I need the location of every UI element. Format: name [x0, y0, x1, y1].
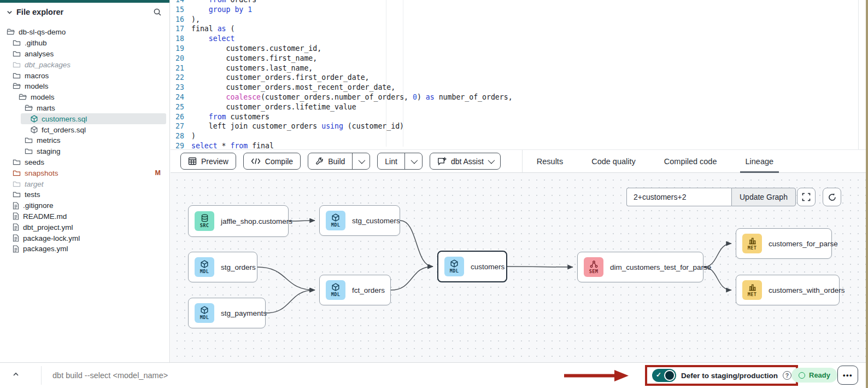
code-editor[interactable]: 14 from orders15 group by 116),17final a… [171, 0, 868, 149]
tab-lineage[interactable]: Lineage [743, 150, 776, 172]
button-label: Build [328, 157, 345, 166]
folder-icon [25, 148, 33, 155]
folder-icon [25, 137, 33, 144]
cube-icon [201, 306, 208, 314]
refresh-button[interactable] [823, 188, 841, 206]
tree-item-label: customers.sql [42, 115, 87, 123]
node-label: jaffle_shop.customers [221, 217, 292, 225]
tree-item-packages-yml[interactable]: packages.yml [0, 244, 169, 254]
button-main[interactable]: Compile [244, 153, 300, 169]
line-number: 26 [171, 112, 191, 122]
tree-item--github[interactable]: .github [0, 38, 169, 49]
tree-item-snapshots[interactable]: snapshotsM [0, 167, 169, 178]
lineage-node-customers-for-parse[interactable]: METcustomers_for_parse [736, 228, 832, 259]
lineage-filter-input[interactable] [626, 188, 731, 206]
badge-type-label: MDL [200, 315, 209, 320]
met-badge: MET [742, 234, 762, 253]
fullscreen-button[interactable] [797, 188, 816, 206]
lineage-edge [391, 267, 433, 290]
folder-open-icon [13, 83, 21, 90]
line-number: 18 [171, 34, 191, 44]
tree-item-models[interactable]: models [0, 81, 169, 92]
code-line: 27 left join customer_orders using (cust… [171, 121, 868, 131]
tree-item-target[interactable]: target [0, 178, 169, 189]
tree-item-staging[interactable]: staging [0, 146, 169, 157]
tab-code-quality[interactable]: Code quality [589, 150, 638, 172]
dropdown-toggle[interactable] [404, 153, 422, 169]
db-icon [201, 214, 209, 222]
tree-item-readme-md[interactable]: README.md [0, 211, 169, 222]
tree-item-macros[interactable]: macros [0, 70, 169, 81]
line-number: 17 [171, 24, 191, 34]
chevron-down-icon[interactable] [7, 9, 13, 15]
tree-item-analyses[interactable]: analyses [0, 49, 169, 60]
tree-item-db-sl-qs-demo[interactable]: db-sl-qs-demo [0, 27, 169, 38]
dropdown-toggle[interactable] [352, 153, 370, 169]
lineage-node-stg-payments[interactable]: MDLstg_payments [188, 298, 266, 328]
tree-item-customers-sql[interactable]: customers.sql [0, 113, 169, 124]
tree-item-dbt-packages[interactable]: dbt_packages [0, 59, 169, 70]
tree-item-dbt-project-yml[interactable]: dbt_project.yml [0, 222, 169, 233]
tree-item-label: metrics [37, 136, 61, 144]
button-main[interactable]: Lint [378, 153, 404, 169]
tab-results[interactable]: Results [535, 150, 565, 172]
tree-item-label: dbt_project.yml [23, 223, 73, 231]
help-icon[interactable]: ? [783, 371, 791, 380]
file-icon [13, 202, 19, 210]
tree-item-metrics[interactable]: metrics [0, 135, 169, 146]
cube-icon [201, 260, 208, 268]
tree-item-label: snapshots [25, 169, 58, 177]
folder-icon [13, 72, 21, 79]
defer-toggle[interactable]: ✓ [652, 369, 676, 382]
button-main[interactable]: dbt Assist [430, 153, 500, 169]
tab-compiled-code[interactable]: Compiled code [662, 150, 719, 172]
chevron-up-icon[interactable] [12, 370, 20, 378]
lineage-node-dim-customers-test-for-parse[interactable]: SEMdim_customers_test_for_parse [577, 252, 703, 282]
lineage-edge [400, 221, 433, 267]
node-label: customers [471, 263, 505, 271]
lineage-node-customers[interactable]: MDLcustomers [437, 251, 507, 282]
badge-type-label: MET [748, 245, 757, 251]
lineage-node-stg-orders[interactable]: MDLstg_orders [188, 252, 257, 282]
tree-item-label: seeds [25, 158, 44, 166]
code-line: 29select * from final [171, 141, 868, 149]
code-line: 28) [171, 131, 868, 141]
code-line: 14 from orders [171, 0, 868, 5]
chevron-down-icon [488, 157, 495, 164]
lineage-node-fct-orders[interactable]: MDLfct_orders [319, 275, 391, 305]
button-main[interactable]: Build [308, 153, 352, 169]
tree-item-seeds[interactable]: seeds [0, 157, 169, 168]
node-label: customers_for_parse [769, 240, 838, 248]
more-options-button[interactable]: ••• [837, 366, 858, 385]
button-main[interactable]: Preview [181, 153, 236, 169]
search-icon[interactable] [153, 8, 162, 16]
code-line: 15 group by 1 [171, 5, 868, 15]
lineage-canvas[interactable]: SRCjaffle_shop.customersMDLstg_customers… [171, 173, 866, 362]
update-graph-button[interactable]: Update Graph [731, 188, 796, 206]
tree-item-marts[interactable]: marts [0, 103, 169, 114]
tree-item--gitignore[interactable]: .gitignore [0, 200, 169, 211]
lineage-node-jaffle-shop-customers[interactable]: SRCjaffle_shop.customers [188, 205, 289, 237]
node-label: stg_payments [221, 309, 267, 317]
command-input[interactable] [52, 369, 359, 382]
panel-title: File explorer [16, 8, 63, 16]
mdl-badge: MDL [326, 211, 345, 230]
table-icon [188, 157, 197, 165]
lineage-node-stg-customers[interactable]: MDLstg_customers [319, 205, 400, 236]
node-label: fct_orders [352, 286, 385, 294]
button-label: dbt Assist [451, 157, 484, 166]
tree-item-label: .github [25, 39, 47, 47]
file-icon [13, 245, 19, 253]
line-number: 14 [171, 0, 191, 5]
badge-type-label: MDL [200, 269, 209, 274]
tree-item-models[interactable]: models [0, 92, 169, 103]
editor-scrollbar-track[interactable] [858, 0, 859, 149]
tree-item-fct-orders-sql[interactable]: fct_orders.sql [0, 124, 169, 135]
tree-item-package-lock-yml[interactable]: package-lock.yml [0, 233, 169, 244]
lineage-node-customers-with-orders[interactable]: METcustomers_with_orders [736, 275, 840, 305]
tree-item-label: .gitignore [23, 201, 54, 210]
line-number: 20 [171, 54, 191, 63]
tree-item-tests[interactable]: tests [0, 189, 169, 200]
model-icon [31, 126, 38, 134]
lineage-edge [289, 221, 315, 221]
